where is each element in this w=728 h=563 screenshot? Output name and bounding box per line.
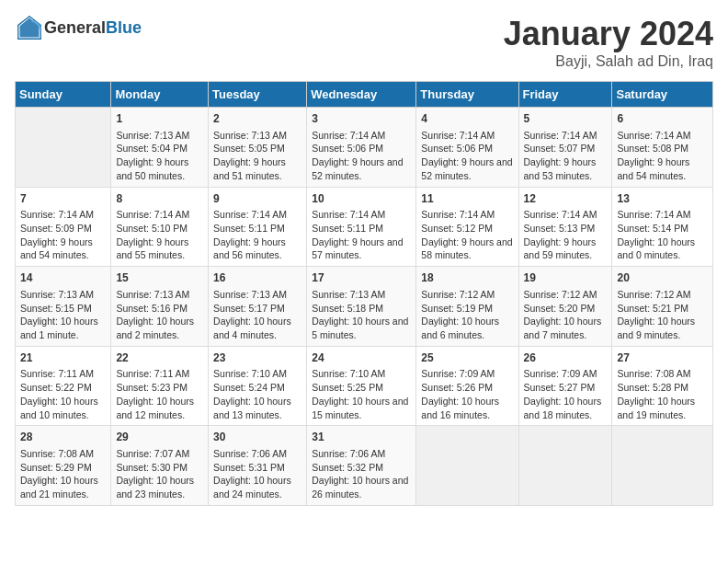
cell-daylight-info: Daylight: 9 hours and 53 minutes. [524,155,608,182]
cell-sun-info: Sunrise: 7:13 AM [312,288,411,302]
calendar-cell: 8Sunrise: 7:14 AMSunset: 5:10 PMDaylight… [111,187,209,267]
location-subtitle: Bayji, Salah ad Din, Iraq [504,53,713,70]
weekday-header-thursday: Thursday [416,82,518,108]
logo-text-blue: Blue [106,18,142,37]
cell-sunset-info: Sunset: 5:16 PM [116,302,203,316]
calendar-cell: 21Sunrise: 7:11 AMSunset: 5:22 PMDayligh… [16,346,111,426]
cell-sun-info: Sunrise: 7:09 AM [421,367,513,381]
cell-date-number: 14 [20,270,106,286]
calendar-cell: 19Sunrise: 7:12 AMSunset: 5:20 PMDayligh… [518,267,612,347]
calendar-cell [612,426,713,506]
cell-daylight-info: Daylight: 9 hours and 57 minutes. [312,236,411,262]
cell-sunset-info: Sunset: 5:21 PM [617,302,708,316]
cell-sunset-info: Sunset: 5:32 PM [312,461,411,475]
cell-daylight-info: Daylight: 10 hours and 2 minutes. [116,315,203,341]
cell-daylight-info: Daylight: 10 hours and 23 minutes. [116,474,203,500]
calendar-cell: 30Sunrise: 7:06 AMSunset: 5:31 PMDayligh… [209,426,307,506]
cell-daylight-info: Daylight: 10 hours and 24 minutes. [213,474,301,500]
cell-sun-info: Sunrise: 7:10 AM [312,367,411,381]
page-header: GeneralBlue January 2024 Bayji, Salah ad… [15,15,713,70]
cell-sun-info: Sunrise: 7:14 AM [524,208,608,222]
cell-daylight-info: Daylight: 10 hours and 7 minutes. [524,315,608,341]
calendar-cell: 13Sunrise: 7:14 AMSunset: 5:14 PMDayligh… [612,187,713,267]
cell-date-number: 26 [524,350,608,366]
cell-sunset-info: Sunset: 5:30 PM [116,461,203,475]
cell-sun-info: Sunrise: 7:13 AM [116,129,203,143]
cell-daylight-info: Daylight: 9 hours and 58 minutes. [421,236,513,262]
cell-sun-info: Sunrise: 7:11 AM [20,367,106,381]
weekday-header-wednesday: Wednesday [307,82,416,108]
cell-date-number: 18 [421,270,513,286]
calendar-cell: 26Sunrise: 7:09 AMSunset: 5:27 PMDayligh… [518,346,612,426]
logo-text-general: General [44,18,106,37]
calendar-cell: 2Sunrise: 7:13 AMSunset: 5:05 PMDaylight… [209,108,307,188]
cell-sun-info: Sunrise: 7:13 AM [213,129,301,143]
calendar-cell: 28Sunrise: 7:08 AMSunset: 5:29 PMDayligh… [16,426,111,506]
cell-date-number: 21 [20,350,106,366]
svg-marker-0 [20,18,40,38]
cell-sunset-info: Sunset: 5:06 PM [312,142,411,155]
cell-daylight-info: Daylight: 9 hours and 54 minutes. [617,155,708,182]
calendar-week-row: 21Sunrise: 7:11 AMSunset: 5:22 PMDayligh… [16,346,713,426]
calendar-cell: 31Sunrise: 7:06 AMSunset: 5:32 PMDayligh… [307,426,416,506]
cell-sunset-info: Sunset: 5:15 PM [20,302,106,316]
cell-daylight-info: Daylight: 9 hours and 54 minutes. [20,236,106,262]
month-title: January 2024 [504,15,713,53]
cell-date-number: 10 [312,191,411,207]
cell-sunset-info: Sunset: 5:29 PM [20,461,106,475]
cell-sun-info: Sunrise: 7:08 AM [20,447,106,461]
cell-daylight-info: Daylight: 10 hours and 19 minutes. [617,395,708,421]
cell-sunset-info: Sunset: 5:18 PM [312,302,411,316]
cell-date-number: 27 [617,350,708,366]
title-section: January 2024 Bayji, Salah ad Din, Iraq [504,15,713,70]
calendar-cell: 20Sunrise: 7:12 AMSunset: 5:21 PMDayligh… [612,267,713,347]
cell-sun-info: Sunrise: 7:07 AM [116,447,203,461]
cell-sun-info: Sunrise: 7:14 AM [421,129,513,143]
calendar-cell: 4Sunrise: 7:14 AMSunset: 5:06 PMDaylight… [416,108,518,188]
cell-daylight-info: Daylight: 9 hours and 59 minutes. [524,236,608,262]
cell-sun-info: Sunrise: 7:08 AM [617,367,708,381]
cell-date-number: 29 [116,430,203,445]
cell-date-number: 6 [617,111,708,127]
calendar-cell: 24Sunrise: 7:10 AMSunset: 5:25 PMDayligh… [307,346,416,426]
cell-daylight-info: Daylight: 10 hours and 12 minutes. [116,395,203,421]
cell-daylight-info: Daylight: 10 hours and 4 minutes. [213,315,301,341]
cell-date-number: 15 [116,270,203,286]
cell-sun-info: Sunrise: 7:14 AM [617,208,708,222]
cell-sunset-info: Sunset: 5:13 PM [524,222,608,236]
cell-date-number: 31 [312,430,411,445]
cell-sun-info: Sunrise: 7:14 AM [20,208,106,222]
weekday-header-monday: Monday [111,82,209,108]
cell-date-number: 28 [20,430,106,445]
calendar-week-row: 1Sunrise: 7:13 AMSunset: 5:04 PMDaylight… [16,108,713,188]
cell-daylight-info: Daylight: 9 hours and 52 minutes. [421,155,513,182]
cell-date-number: 1 [116,111,203,127]
cell-daylight-info: Daylight: 10 hours and 1 minute. [20,315,106,341]
calendar-cell: 16Sunrise: 7:13 AMSunset: 5:17 PMDayligh… [209,267,307,347]
weekday-header-saturday: Saturday [612,82,713,108]
cell-date-number: 9 [213,191,301,207]
cell-sun-info: Sunrise: 7:06 AM [213,447,301,461]
cell-daylight-info: Daylight: 10 hours and 0 minutes. [617,236,708,262]
cell-daylight-info: Daylight: 10 hours and 13 minutes. [213,395,301,421]
calendar-week-row: 14Sunrise: 7:13 AMSunset: 5:15 PMDayligh… [16,267,713,347]
cell-daylight-info: Daylight: 10 hours and 26 minutes. [312,474,411,500]
cell-sunset-info: Sunset: 5:05 PM [213,142,301,155]
cell-sun-info: Sunrise: 7:09 AM [524,367,608,381]
cell-daylight-info: Daylight: 10 hours and 5 minutes. [312,315,411,341]
calendar-cell: 6Sunrise: 7:14 AMSunset: 5:08 PMDaylight… [612,108,713,188]
weekday-header-friday: Friday [518,82,612,108]
calendar-cell: 22Sunrise: 7:11 AMSunset: 5:23 PMDayligh… [111,346,209,426]
cell-sun-info: Sunrise: 7:14 AM [421,208,513,222]
weekday-header-tuesday: Tuesday [209,82,307,108]
cell-sun-info: Sunrise: 7:11 AM [116,367,203,381]
calendar-cell: 1Sunrise: 7:13 AMSunset: 5:04 PMDaylight… [111,108,209,188]
calendar-cell: 12Sunrise: 7:14 AMSunset: 5:13 PMDayligh… [518,187,612,267]
cell-sun-info: Sunrise: 7:06 AM [312,447,411,461]
cell-date-number: 12 [524,191,608,207]
cell-sunset-info: Sunset: 5:28 PM [617,381,708,395]
weekday-header-sunday: Sunday [16,82,111,108]
cell-daylight-info: Daylight: 10 hours and 21 minutes. [20,474,106,500]
cell-daylight-info: Daylight: 10 hours and 6 minutes. [421,315,513,341]
calendar-cell [16,108,111,188]
